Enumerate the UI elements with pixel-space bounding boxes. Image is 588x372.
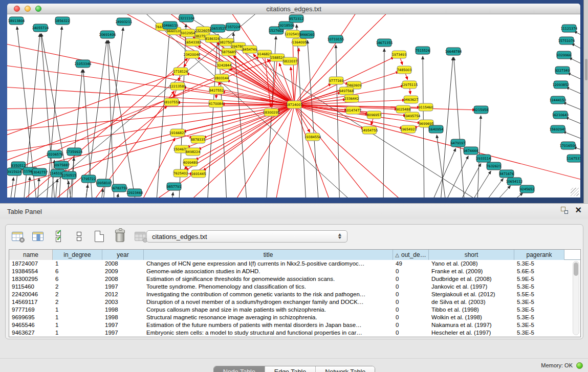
graph-node[interactable]: 14954755 [361,126,378,134]
column-header-in-degree[interactable]: in_degree [53,250,102,260]
close-panel-icon[interactable]: ✕ [575,207,582,214]
graph-node[interactable]: 8498224 [186,148,200,156]
graph-node[interactable]: 2336442 [344,95,359,102]
graph-node[interactable]: 10975887 [53,161,70,169]
graph-node[interactable]: 24055724 [32,24,49,32]
table-row[interactable]: 977716911998Corpus callosum shape and si… [9,306,580,314]
desktop-scrollbar-track[interactable] [583,0,588,203]
graph-node[interactable]: 5912954 [181,29,195,37]
graph-node[interactable]: 17359924 [66,148,83,156]
graph-node[interactable]: 4170084 [209,100,223,107]
table-row[interactable]: 2242004622012Investigating the contribut… [9,291,580,298]
graph-node[interactable]: 9329966 [557,51,571,59]
graph-node[interactable]: 12093852 [553,81,570,89]
graph-node[interactable]: 1795722 [81,175,96,183]
table-row[interactable]: 1456911722003Disruption of a novel membe… [9,298,580,306]
graph-node[interactable]: 8186328 [205,35,220,42]
graph-node[interactable]: 1167531 [567,155,580,162]
resize-grip[interactable] [571,188,579,196]
graph-node[interactable]: 9115460 [419,103,433,111]
graph-node[interactable]: 8572312 [289,15,303,23]
graph-node[interactable]: 1250515 [62,171,76,179]
graph-node[interactable]: 12975115 [401,81,418,89]
graph-node[interactable]: 3915924 [7,168,21,176]
graph-node[interactable]: 9857791 [167,183,181,190]
graph-node[interactable]: 3242844 [217,61,231,69]
graph-node[interactable]: 6479197 [451,139,465,147]
graph-node[interactable]: 16648784 [445,48,462,55]
graph-node[interactable]: 11121374 [561,25,578,32]
select-columns-icon[interactable] [52,230,65,243]
network-graph[interactable]: 1872400776638229660128591295423226058382… [7,14,580,198]
desktop-scrollbar-thumb[interactable] [585,59,587,80]
table-scrollbar-thumb[interactable] [574,262,578,276]
new-table-icon[interactable] [93,230,106,243]
graph-node[interactable]: 20206576 [47,150,63,158]
graph-node[interactable]: 2933114 [476,155,491,162]
graph-node[interactable]: 10719155 [328,35,344,43]
graph-node[interactable]: 23420046 [184,51,201,58]
graph-node[interactable]: 18107552 [163,98,180,106]
graph-node[interactable]: 6497568 [339,87,354,95]
graph-node[interactable]: 12325419 [285,30,301,38]
graph-node[interactable]: 12444153 [550,96,567,104]
graph-node[interactable]: 21053346 [75,60,92,68]
graph-node[interactable]: 7485003 [397,66,411,74]
graph-node[interactable]: 7632621 [487,162,501,170]
graph-node[interactable]: 7515526 [416,47,430,54]
graph-node[interactable]: 14671355 [376,39,393,47]
graph-node[interactable]: 5875685 [222,48,236,56]
column-header-out-de-[interactable]: △out_de… [393,250,429,260]
graph-node[interactable]: 1640954 [429,125,443,133]
graph-node[interactable]: 8427552 [209,86,224,94]
graph-node[interactable]: 1691445 [191,170,206,178]
table-row[interactable]: 1872400712008Changes of HCN gene express… [9,260,580,268]
float-panel-icon[interactable] [561,207,568,214]
delete-table-icon[interactable] [113,230,126,243]
graph-node[interactable]: 16210643 [552,111,569,119]
memory-status-icon[interactable] [576,362,583,369]
graph-node[interactable]: 7357224 [226,23,240,31]
graph-node[interactable]: 8215958 [474,106,488,114]
graph-node[interactable]: 2803144 [214,74,229,82]
column-header-short[interactable]: short [429,250,514,260]
graph-node[interactable]: 9245652 [520,185,534,193]
graph-node[interactable]: 4099489 [183,159,198,166]
table-row[interactable]: 946554611997Estimation of the future num… [9,321,580,329]
table-settings-icon[interactable] [11,230,24,243]
graph-node[interactable]: 17016504 [560,142,577,149]
graph-node[interactable]: 5822037 [283,57,297,65]
graph-node[interactable]: 18724007 [286,101,303,108]
graph-node[interactable]: 10654112 [506,178,523,185]
column-header-year[interactable]: year [102,250,144,260]
graph-node[interactable]: 8466160 [300,31,314,38]
graph-node[interactable]: 1973493 [392,51,406,58]
column-header-pagerank[interactable]: pagerank [514,250,564,260]
network-view[interactable]: 1872400776638229660128591295423226058382… [7,14,580,198]
graph-node[interactable]: 18913804 [8,17,25,25]
graph-node[interactable]: 8096957 [367,111,381,119]
column-header-title[interactable]: title [144,250,393,260]
graph-node[interactable]: 9474444 [464,147,478,155]
graph-node[interactable]: 15751074 [558,37,575,45]
graph-node[interactable]: 16782759 [111,184,128,192]
graph-node[interactable]: 15692941 [550,125,567,133]
table-row[interactable]: 911546021997Tourette syndrome. Phenomeno… [9,283,580,291]
graph-node[interactable]: 10147477 [345,106,362,114]
graph-node[interactable]: 19495754 [404,112,421,120]
network-window-titlebar[interactable]: citations_edges.txt [7,4,580,14]
graph-node[interactable]: 18300295 [263,108,280,116]
graph-node[interactable]: 16543382 [185,38,202,46]
row-height-icon[interactable] [72,230,85,243]
table-row[interactable]: 946362711997Embryonic stem cells: a mode… [9,329,580,337]
graph-node[interactable]: 10653527 [210,25,227,32]
graph-node[interactable]: 12213589 [169,82,186,90]
table-row[interactable]: 1938455462009Genome-wide association stu… [9,268,580,275]
graph-node[interactable]: 23211104 [178,14,195,22]
graph-node[interactable]: 19166827 [169,129,186,137]
graph-node[interactable]: 2718126 [173,68,188,75]
graph-node[interactable]: 12923468 [126,189,143,196]
graph-node[interactable]: 9777169 [329,77,343,84]
graph-node[interactable]: 13042757 [31,168,48,176]
graph-node[interactable]: 24993211 [116,18,133,26]
